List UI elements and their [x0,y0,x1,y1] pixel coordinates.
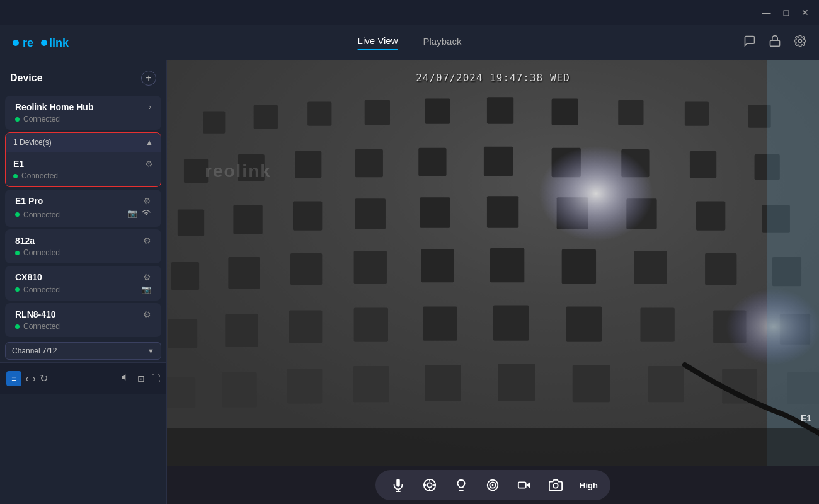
channel-dropdown[interactable]: Channel 7/12 ▼ [5,342,161,360]
rln8-gear-icon[interactable]: ⚙ [143,309,151,319]
svg-rect-45 [562,249,596,284]
svg-rect-15 [552,98,578,125]
svg-rect-46 [634,251,667,284]
camera-feed [167,60,819,466]
sidebar: Device + Reolink Home Hub › Connected 1 … [0,60,167,504]
device-item-cx810[interactable]: CX810 ⚙ Connected 📷 [5,266,161,301]
light-button[interactable] [451,475,471,495]
svg-rect-23 [418,148,446,176]
svg-point-69 [539,146,653,241]
next-button[interactable]: › [33,373,36,384]
812a-gear-icon[interactable]: ⚙ [143,236,151,246]
svg-rect-31 [293,201,322,230]
sidebar-header: Device + [0,60,166,93]
svg-rect-85 [518,482,526,488]
gear-icon[interactable] [794,35,806,50]
hub-status-text: Connected [23,115,60,123]
svg-rect-59 [167,377,195,408]
circular-icon-button[interactable] [420,475,440,495]
svg-rect-44 [490,248,524,282]
svg-rect-43 [421,249,454,282]
svg-rect-66 [648,366,684,402]
svg-marker-6 [122,374,125,380]
svg-rect-12 [365,100,390,125]
device-name-812a: 812a [15,236,35,246]
control-group: High [375,470,610,500]
mic-button[interactable] [388,475,408,495]
e1-pro-gear-icon[interactable]: ⚙ [143,196,151,206]
svg-rect-50 [225,314,258,347]
sidebar-bottom-right: ⊡ ⛶ [121,372,160,384]
svg-rect-9 [203,112,225,134]
svg-rect-4 [770,40,780,46]
svg-point-76 [427,483,432,487]
device-item-812a[interactable]: 812a ⚙ Connected [5,229,161,263]
cx810-gear-icon[interactable]: ⚙ [143,272,151,282]
nav-tabs: Live View Playback [358,35,462,50]
device-item-reolink-home-hub[interactable]: Reolink Home Hub › Connected [5,96,161,130]
sub-device-name-e1: E1 [13,159,24,169]
cx810-status-dot [15,287,20,292]
grid-view-button[interactable]: ≡ [6,371,21,386]
svg-rect-39 [171,262,199,290]
svg-rect-17 [685,101,709,125]
hub-status-dot [15,117,20,122]
svg-rect-42 [354,251,387,284]
close-button[interactable]: ✕ [801,8,809,18]
svg-rect-49 [168,319,197,348]
svg-rect-32 [355,198,386,229]
svg-rect-56 [640,307,674,341]
fullscreen-button[interactable]: ⛶ [151,374,160,384]
maximize-button[interactable]: □ [784,8,789,18]
sub-device-e1[interactable]: E1 ⚙ Connected [6,152,161,186]
device-name-rln8: RLN8-410 [15,309,56,319]
video-area: 24/07/2024 19:47:38 WED reolink E1 [167,60,819,504]
header-icons [743,35,806,50]
svg-rect-16 [618,100,643,125]
svg-rect-29 [178,209,204,236]
cx810-cam-icon: 📷 [141,285,151,294]
sub-devices-panel: 1 Device(s) ▲ E1 ⚙ Connected [5,132,161,187]
sub-device-gear-icon[interactable]: ⚙ [145,159,153,169]
window-mode-button[interactable]: ⊡ [137,374,145,384]
svg-rect-41 [290,253,322,285]
rln8-status-text: Connected [23,322,60,331]
video-camera-label: E1 [801,413,811,423]
svg-text:link: link [49,37,69,49]
cx810-status-text: Connected [23,285,60,294]
sidebar-title: Device [10,72,43,84]
device-item-rln8-410[interactable]: RLN8-410 ⚙ Connected [5,303,161,337]
minimize-button[interactable]: — [762,8,771,18]
sub-device-status-dot [13,174,18,178]
volume-button[interactable] [121,372,131,384]
lens-button[interactable] [483,475,503,495]
video-timestamp: 24/07/2024 19:47:38 WED [416,72,570,84]
sub-devices-header[interactable]: 1 Device(s) ▲ [6,133,161,152]
svg-rect-24 [484,147,513,176]
download-icon[interactable] [769,35,781,50]
svg-point-84 [492,484,494,486]
e1-pro-wifi-icon [141,209,151,220]
812a-status-text: Connected [23,248,60,257]
logo-svg: re link [13,34,76,52]
tab-live-view[interactable]: Live View [358,35,398,50]
svg-rect-27 [690,151,716,178]
prev-button[interactable]: ‹ [25,373,28,384]
video-watermark: reolink [205,161,272,181]
svg-rect-21 [295,151,321,178]
chat-icon[interactable] [743,35,756,50]
e1-pro-status-dot [15,212,20,217]
add-device-button[interactable]: + [141,71,156,86]
tab-playback[interactable]: Playback [423,35,462,50]
svg-point-5 [799,40,802,43]
device-name-hub: Reolink Home Hub [15,102,93,112]
svg-rect-30 [233,205,262,234]
video-controls: High [167,466,819,504]
snapshot-button[interactable] [546,475,566,495]
record-button[interactable] [514,475,534,495]
device-item-e1-pro[interactable]: E1 Pro ⚙ Connected 📷 [5,190,161,227]
sub-devices-collapse-icon: ▲ [146,138,153,147]
refresh-button[interactable]: ↻ [40,372,48,384]
svg-rect-67 [722,369,757,403]
svg-rect-13 [425,98,450,123]
